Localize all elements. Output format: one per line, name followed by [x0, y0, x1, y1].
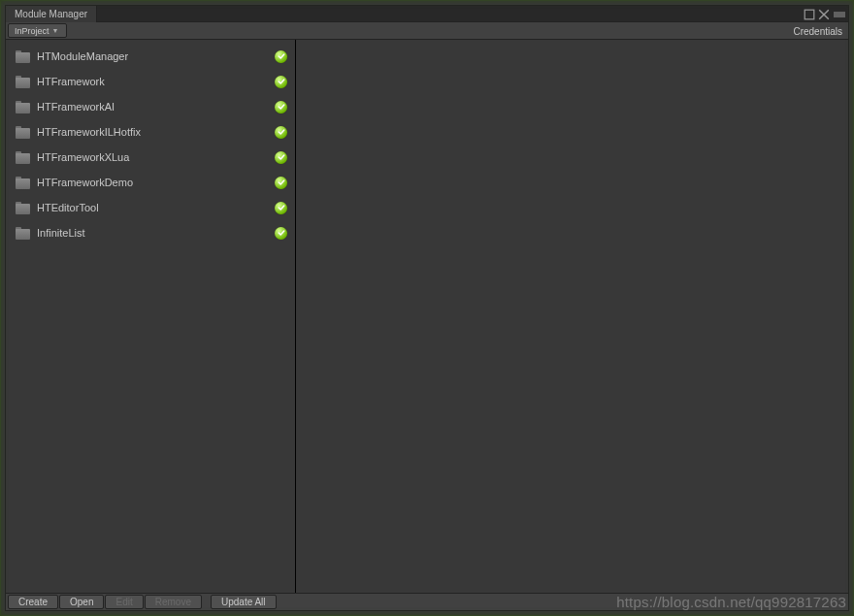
module-item[interactable]: HTFrameworkAI [6, 94, 295, 119]
folder-icon [16, 202, 31, 214]
module-item[interactable]: HTFrameworkXLua [6, 145, 295, 170]
folder-icon [16, 177, 31, 189]
status-ok-icon [275, 126, 287, 139]
folder-icon [16, 126, 31, 139]
module-item[interactable]: HTFramework [6, 69, 295, 94]
scope-dropdown[interactable]: InProject ▼ [8, 23, 67, 38]
folder-icon [16, 76, 31, 88]
status-ok-icon [275, 151, 287, 164]
module-name: HTFrameworkAI [37, 101, 275, 113]
status-ok-icon [275, 101, 287, 113]
status-ok-icon [275, 202, 287, 214]
module-name: HTFramework [37, 76, 275, 87]
module-list: HTModuleManagerHTFrameworkHTFrameworkAIH… [6, 40, 295, 593]
tab-label: Module Manager [15, 9, 87, 19]
chevron-down-icon: ▼ [52, 27, 59, 34]
module-name: HTFrameworkXLua [37, 151, 275, 163]
module-name: InfiniteList [37, 227, 275, 239]
module-name: HTModuleManager [37, 50, 275, 62]
status-ok-icon [275, 76, 287, 88]
status-ok-icon [275, 50, 287, 63]
context-menu-icon[interactable] [833, 9, 846, 20]
module-item[interactable]: InfiniteList [6, 220, 295, 245]
toolbar: InProject ▼ Credentials [6, 22, 848, 40]
folder-icon [16, 227, 31, 240]
module-name: HTFrameworkILHotfix [37, 126, 275, 138]
update-all-button[interactable]: Update All [211, 595, 277, 609]
footer-toolbar: Create Open Edit Remove Update All [6, 593, 848, 610]
detail-pane [296, 40, 848, 593]
status-ok-icon [275, 227, 287, 240]
folder-icon [16, 151, 31, 164]
scope-label: InProject [15, 26, 49, 36]
svg-rect-0 [805, 10, 814, 19]
tab-bar: Module Manager [6, 6, 848, 22]
folder-icon [16, 101, 31, 113]
folder-icon [16, 50, 31, 63]
close-icon[interactable] [818, 9, 830, 20]
module-name: HTEditorTool [37, 202, 275, 213]
status-ok-icon [275, 177, 287, 189]
create-button[interactable]: Create [8, 595, 58, 609]
popout-icon[interactable] [804, 9, 815, 20]
module-item[interactable]: HTFrameworkILHotfix [6, 119, 295, 145]
credentials-label: Credentials [793, 26, 842, 37]
module-item[interactable]: HTFrameworkDemo [6, 170, 295, 195]
module-name: HTFrameworkDemo [37, 177, 275, 188]
module-list-pane: HTModuleManagerHTFrameworkHTFrameworkAIH… [6, 40, 296, 593]
module-item[interactable]: HTEditorTool [6, 195, 295, 220]
edit-button: Edit [105, 595, 143, 609]
remove-button: Remove [145, 595, 202, 609]
main-area: HTModuleManagerHTFrameworkHTFrameworkAIH… [6, 40, 848, 593]
module-item[interactable]: HTModuleManager [6, 44, 295, 69]
credentials-button[interactable]: Credentials [793, 22, 842, 40]
open-button[interactable]: Open [59, 595, 104, 609]
tab-module-manager[interactable]: Module Manager [6, 6, 97, 22]
